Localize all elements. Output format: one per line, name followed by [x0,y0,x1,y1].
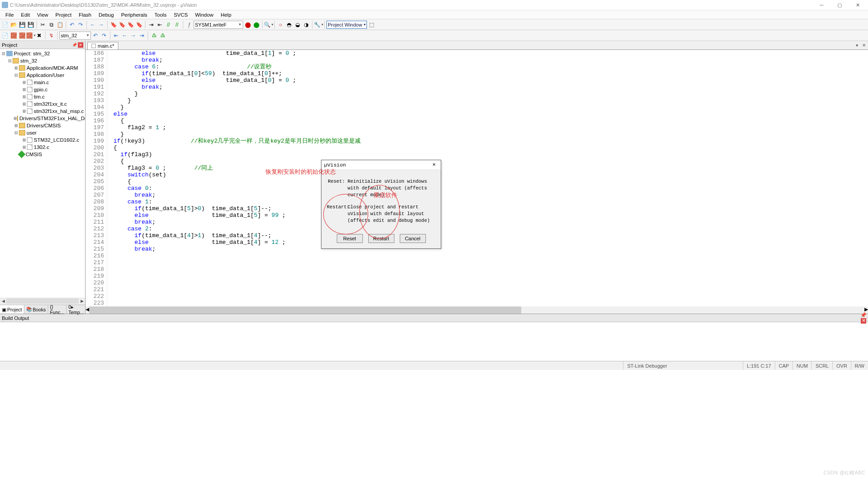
code-view[interactable]: 1861871881891901911921931941951961971981… [86,50,868,306]
tab-dropdown-icon[interactable]: ▾ [854,42,860,48]
menu-project[interactable]: Project [52,11,75,18]
breakpoint3-icon[interactable]: ◒ [294,21,302,29]
project-window-combo[interactable]: Project Window▾ [326,21,367,29]
menu-view[interactable]: View [33,11,52,18]
fold-column[interactable] [107,50,112,306]
tree-group-mdkarm[interactable]: ⊞Application/MDK-ARM [0,64,85,72]
tree-file[interactable]: ⊞gpio.c [0,86,85,93]
code-text[interactable]: else time_data_1[1] = 0 ; break; case 6:… [112,50,868,306]
tree-file[interactable]: ⊞stm32f1xx_it.c [0,100,85,108]
build-icon[interactable]: 🧱 [9,32,18,40]
maximize-button[interactable]: ▢ [831,0,848,9]
tree-target[interactable]: ⊟stm_32 [0,57,85,64]
tree-group-hal[interactable]: ⊞Drivers/STM32F1xx_HAL_Driv [0,115,85,122]
close-button[interactable]: ✕ [849,0,866,9]
tree-file[interactable]: ⊞1302.c [0,144,85,151]
tree-group-user[interactable]: ⊟Application/User [0,72,85,79]
status-num: NUM [792,361,811,370]
debug-start-icon[interactable]: 🔍▾ [264,21,272,29]
editor-hscroll[interactable]: ◀▶ [86,306,868,314]
find-next-icon[interactable]: ⬤ [252,21,260,29]
tab-functions[interactable]: {} Func... [48,305,67,314]
menu-flash[interactable]: Flash [75,11,95,18]
new-file-icon[interactable]: 📄 [1,21,9,29]
uncomment-icon[interactable]: // [173,21,181,29]
manage2-icon[interactable]: ♴ [158,32,167,40]
save-all-icon[interactable]: 💾 [27,21,35,29]
tab-close-icon[interactable]: ✕ [861,42,867,48]
breakpoint4-icon[interactable]: ◑ [302,21,310,29]
nav-back-icon[interactable]: ← [89,21,97,29]
pane-pin-icon[interactable]: 📌 [72,42,77,48]
paste-icon[interactable]: 📋 [56,21,64,29]
tree-cmsis[interactable]: CMSIS [0,151,85,158]
project-tree[interactable]: ⊟Project: stm_32 ⊟stm_32 ⊞Application/MD… [0,49,85,297]
cancel-button[interactable]: Cancel [400,234,426,243]
reset-button[interactable]: Reset [337,234,363,243]
minimize-button[interactable]: ─ [813,0,830,9]
find-combo[interactable]: SYSM1.writeF▼ [194,21,243,29]
save-icon[interactable]: 💾 [18,21,26,29]
layout-icon[interactable]: ⬚ [367,21,375,29]
build-close-icon[interactable]: ✕ [861,318,866,324]
indent-icon[interactable]: ⇥ [147,21,155,29]
tree-file[interactable]: ⊞main.c [0,79,85,86]
menu-window[interactable]: Window [191,11,217,18]
nav-fwd-icon[interactable]: → [97,21,105,29]
menu-file[interactable]: File [2,11,18,18]
build-output-body[interactable] [0,322,868,361]
options-icon[interactable]: 🔧▾ [314,21,322,29]
undo-icon[interactable]: ↶ [68,21,76,29]
tree-file[interactable]: ⊞stm32f1xx_hal_msp.c [0,108,85,115]
project-pane: Project 📌✕ ⊟Project: stm_32 ⊟stm_32 ⊞App… [0,41,86,314]
bookmark-next-icon[interactable]: 🔖 [127,21,135,29]
status-rw: R/W [851,361,868,370]
comment-icon[interactable]: // [164,21,172,29]
menu-peripherals[interactable]: Peripherals [118,11,151,18]
stop-build-icon[interactable]: ✖ [35,32,43,40]
breakpoint-icon[interactable]: ○ [276,21,285,29]
file-tab-main[interactable]: main.c* [87,42,118,50]
menu-debug[interactable]: Debug [95,11,118,18]
rebuild-icon[interactable]: 🧱 [18,32,26,40]
open-file-icon[interactable]: 📂 [9,21,18,29]
target-options-icon[interactable]: ↶ [91,32,99,40]
find-icon[interactable]: ƒ [185,21,193,29]
target-combo[interactable]: stm_32▼ [59,32,91,40]
tree-group-userfolder[interactable]: ⊟user [0,129,85,136]
manage-icon[interactable]: ♳ [150,32,158,40]
download-icon[interactable]: ↯ [47,32,55,40]
menu-edit[interactable]: Edit [18,11,34,18]
tree-file[interactable]: ⊞STM32_LCD1602.c [0,136,85,144]
menu-svcs[interactable]: SVCS [170,11,191,18]
tree-file[interactable]: ⊞tim.c [0,93,85,100]
build-pin-icon[interactable]: 📌 [861,313,866,318]
tab-project[interactable]: ▣ Project [0,305,24,314]
translate-icon[interactable]: 📄 [1,32,9,40]
step-out-icon[interactable]: ⇥ [138,32,146,40]
dialog-titlebar[interactable]: µVision ✕ [321,160,441,170]
tree-root[interactable]: ⊟Project: stm_32 [0,50,85,57]
redo-icon[interactable]: ↷ [77,21,85,29]
batch-build-icon[interactable]: 🧱▾ [27,32,35,40]
menu-help[interactable]: Help [217,11,235,18]
menu-tools[interactable]: Tools [151,11,170,18]
tab-templates[interactable]: 0▸ Temp... [67,305,86,314]
copy-icon[interactable]: ⧉ [47,21,55,29]
pane-close-icon[interactable]: ✕ [78,42,83,48]
step-icon[interactable]: ← [121,32,129,40]
cut-icon[interactable]: ✂ [39,21,47,29]
breakpoint2-icon[interactable]: ◓ [285,21,293,29]
bookmark-clear-icon[interactable]: 🔖 [135,21,143,29]
tree-group-cmsis[interactable]: ⊞Drivers/CMSIS [0,122,85,129]
step-fwd-icon[interactable]: → [129,32,137,40]
toolbar-build: 📄 🧱 🧱 🧱▾ ✖ ↯ stm_32▼ ↶ ↷ ⇤ ← → ⇥ ♳ ♴ [0,30,868,41]
bookmark-prev-icon[interactable]: 🔖 [118,21,126,29]
dialog-close-icon[interactable]: ✕ [430,161,438,169]
target-redo-icon[interactable]: ↷ [100,32,108,40]
bookmark-icon[interactable]: 🔖 [109,21,118,29]
step-back-icon[interactable]: ⇤ [112,32,120,40]
tab-books[interactable]: 📚Books [24,305,48,314]
outdent-icon[interactable]: ⇤ [156,21,164,29]
find-prev-icon[interactable]: ⬤ [244,21,252,29]
